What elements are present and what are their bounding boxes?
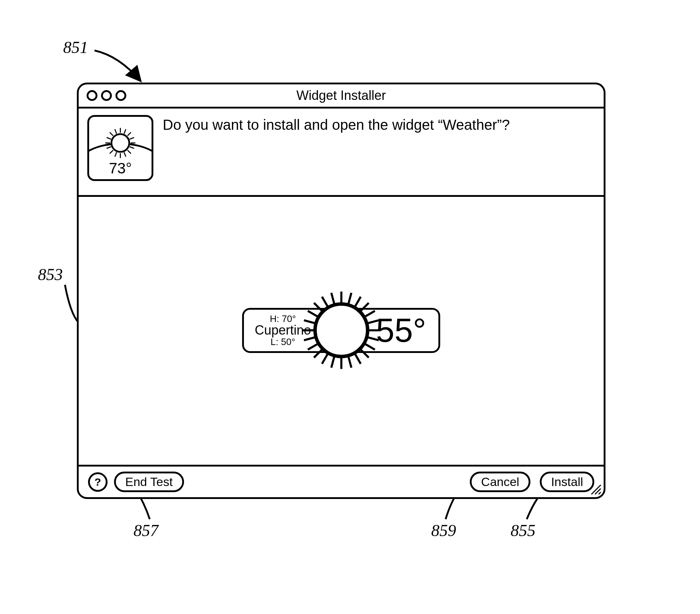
svg-line-36 xyxy=(304,320,316,323)
window-title: Widget Installer xyxy=(79,88,604,103)
svg-line-21 xyxy=(364,311,375,317)
ref-label-857: 857 xyxy=(134,521,158,540)
ref-label-859: 859 xyxy=(431,521,456,540)
end-test-button[interactable]: End Test xyxy=(114,472,184,492)
ref-label-853: 853 xyxy=(38,265,63,284)
svg-line-15 xyxy=(124,152,126,156)
svg-line-18 xyxy=(348,293,351,305)
svg-line-9 xyxy=(124,129,126,134)
ref-label-855: 855 xyxy=(511,521,535,540)
svg-line-5 xyxy=(127,132,131,136)
weather-widget-preview: H: 70° Cupertino L: 50° 55° xyxy=(242,308,440,353)
svg-line-8 xyxy=(110,132,113,136)
svg-line-11 xyxy=(130,137,134,139)
help-icon: ? xyxy=(95,476,101,488)
close-icon[interactable] xyxy=(87,90,97,101)
svg-line-22 xyxy=(367,320,379,323)
weather-current-temp: 55° xyxy=(376,314,426,347)
svg-line-26 xyxy=(360,349,368,358)
svg-line-34 xyxy=(304,337,316,340)
zoom-icon[interactable] xyxy=(115,90,126,101)
widget-thumbnail: 73° xyxy=(87,115,153,181)
svg-point-0 xyxy=(111,134,129,152)
footer-bar: ? End Test Cancel Install xyxy=(79,465,604,497)
svg-line-7 xyxy=(127,150,131,154)
svg-line-27 xyxy=(354,353,360,364)
help-button[interactable]: ? xyxy=(88,472,108,492)
titlebar[interactable]: Widget Installer xyxy=(79,84,604,109)
resize-grip-icon[interactable] xyxy=(589,483,601,495)
svg-line-28 xyxy=(348,355,351,367)
prompt-text: Do you want to install and open the widg… xyxy=(163,116,510,133)
svg-line-6 xyxy=(110,150,113,154)
thumb-temperature: 73° xyxy=(109,160,132,177)
ref-label-851: 851 xyxy=(63,38,88,57)
svg-line-44 xyxy=(599,492,601,494)
svg-point-41 xyxy=(315,304,368,357)
minimize-icon[interactable] xyxy=(101,90,112,101)
svg-line-12 xyxy=(107,147,111,149)
svg-line-31 xyxy=(322,353,328,364)
svg-line-32 xyxy=(314,349,323,358)
svg-line-24 xyxy=(367,337,379,340)
svg-line-38 xyxy=(314,303,323,312)
svg-line-33 xyxy=(308,343,319,349)
svg-line-20 xyxy=(360,303,368,312)
sun-icon xyxy=(103,126,137,160)
prompt-area: 73° Do you want to install and open the … xyxy=(79,109,604,197)
sun-icon xyxy=(300,289,383,372)
svg-line-19 xyxy=(354,297,360,308)
svg-line-37 xyxy=(308,311,319,317)
preview-pane: H: 70° Cupertino L: 50° 55° xyxy=(79,197,604,464)
svg-line-10 xyxy=(115,152,117,156)
cancel-button[interactable]: Cancel xyxy=(470,472,530,492)
weather-low: L: 50° xyxy=(271,337,295,346)
svg-line-25 xyxy=(364,343,375,349)
install-button[interactable]: Install xyxy=(540,472,594,492)
figure-canvas: 851 853 857 859 855 Widget Installer xyxy=(0,0,700,614)
svg-line-40 xyxy=(331,293,334,305)
window-controls xyxy=(87,90,126,101)
svg-line-14 xyxy=(107,137,111,139)
svg-line-13 xyxy=(130,147,134,149)
svg-line-30 xyxy=(331,355,334,367)
svg-line-16 xyxy=(115,129,117,134)
svg-line-39 xyxy=(322,297,328,308)
weather-high: H: 70° xyxy=(270,314,296,323)
installer-window: Widget Installer xyxy=(77,83,605,499)
